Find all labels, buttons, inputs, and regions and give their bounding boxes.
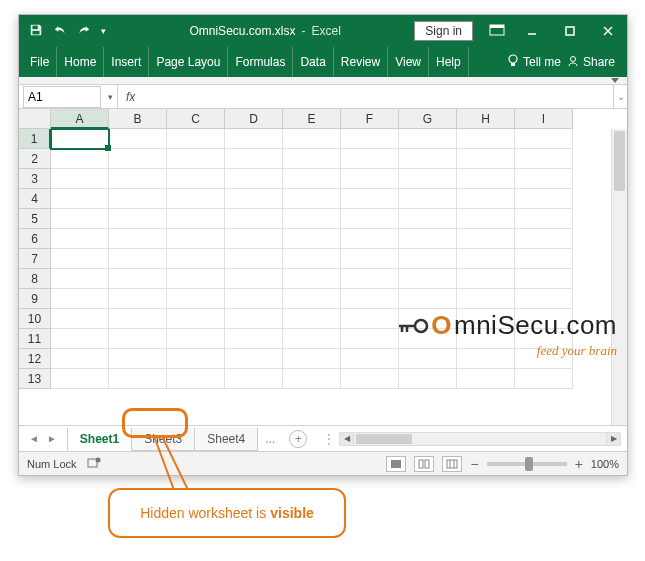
cell[interactable]	[167, 249, 225, 269]
row-header[interactable]: 1	[19, 129, 51, 149]
cell[interactable]	[225, 289, 283, 309]
row-header[interactable]: 6	[19, 229, 51, 249]
cell[interactable]	[457, 349, 515, 369]
hscroll-split-icon[interactable]: ⋮	[323, 432, 335, 446]
horizontal-scrollbar[interactable]: ◀ ▶	[339, 432, 621, 446]
cell[interactable]	[283, 149, 341, 169]
tab-insert[interactable]: Insert	[104, 47, 149, 77]
cell[interactable]	[283, 209, 341, 229]
cell[interactable]	[515, 189, 573, 209]
cell[interactable]	[457, 369, 515, 389]
cell[interactable]	[399, 229, 457, 249]
cell[interactable]	[341, 309, 399, 329]
cell[interactable]	[457, 229, 515, 249]
row-header[interactable]: 3	[19, 169, 51, 189]
cell[interactable]	[109, 229, 167, 249]
cell[interactable]	[283, 289, 341, 309]
cell[interactable]	[515, 309, 573, 329]
tab-file[interactable]: File	[23, 47, 57, 77]
new-sheet-button[interactable]: +	[289, 430, 307, 448]
cell[interactable]	[515, 249, 573, 269]
cell[interactable]	[399, 249, 457, 269]
cell[interactable]	[341, 229, 399, 249]
sheet-tab-sheet1[interactable]: Sheet1	[67, 428, 132, 451]
row-header[interactable]: 10	[19, 309, 51, 329]
cell[interactable]	[51, 309, 109, 329]
cell[interactable]	[457, 269, 515, 289]
cell[interactable]	[341, 289, 399, 309]
cell[interactable]	[399, 289, 457, 309]
cell[interactable]	[51, 149, 109, 169]
cell[interactable]	[399, 269, 457, 289]
cell[interactable]	[167, 189, 225, 209]
vertical-scrollbar[interactable]	[611, 129, 627, 425]
tab-review[interactable]: Review	[334, 47, 388, 77]
formula-expand-icon[interactable]: ⌄	[613, 85, 627, 108]
namebox-dropdown-icon[interactable]: ▾	[103, 92, 117, 102]
zoom-in-button[interactable]: +	[575, 456, 583, 472]
cell[interactable]	[109, 189, 167, 209]
cell[interactable]	[283, 349, 341, 369]
zoom-out-button[interactable]: −	[470, 456, 478, 472]
cell[interactable]	[341, 369, 399, 389]
sheet-next-icon[interactable]: ►	[43, 433, 61, 444]
cell[interactable]	[51, 329, 109, 349]
view-pagebreak-icon[interactable]	[442, 456, 462, 472]
name-box[interactable]	[23, 86, 101, 108]
cell[interactable]	[225, 249, 283, 269]
cell[interactable]	[399, 329, 457, 349]
cell[interactable]	[109, 289, 167, 309]
cell[interactable]	[51, 189, 109, 209]
cell[interactable]	[225, 349, 283, 369]
tab-home[interactable]: Home	[57, 47, 104, 77]
row-header[interactable]: 8	[19, 269, 51, 289]
cell[interactable]	[109, 169, 167, 189]
col-header[interactable]: B	[109, 109, 167, 129]
row-header[interactable]: 9	[19, 289, 51, 309]
cell[interactable]	[225, 369, 283, 389]
cell[interactable]	[457, 169, 515, 189]
cell[interactable]	[515, 269, 573, 289]
cell[interactable]	[457, 129, 515, 149]
cell[interactable]	[515, 149, 573, 169]
cell[interactable]	[341, 209, 399, 229]
cell[interactable]	[515, 129, 573, 149]
cell[interactable]	[515, 289, 573, 309]
tab-data[interactable]: Data	[293, 47, 333, 77]
view-pagelayout-icon[interactable]	[414, 456, 434, 472]
cell[interactable]	[51, 209, 109, 229]
cell[interactable]	[167, 369, 225, 389]
cell[interactable]	[167, 269, 225, 289]
cell[interactable]	[457, 289, 515, 309]
cell[interactable]	[515, 229, 573, 249]
scroll-thumb[interactable]	[614, 131, 625, 191]
formula-input[interactable]	[141, 87, 605, 107]
sheet-tab-sheet4[interactable]: Sheet4	[194, 428, 258, 451]
macro-record-icon[interactable]	[87, 456, 101, 472]
ribbon-collapse-bar[interactable]	[19, 77, 627, 85]
col-header[interactable]: E	[283, 109, 341, 129]
cell[interactable]	[457, 329, 515, 349]
hscroll-thumb[interactable]	[356, 434, 412, 444]
share-button[interactable]: Share	[567, 55, 615, 70]
col-header[interactable]: A	[51, 109, 109, 129]
col-header[interactable]: D	[225, 109, 283, 129]
tab-view[interactable]: View	[388, 47, 429, 77]
cell[interactable]	[167, 169, 225, 189]
cell[interactable]	[341, 249, 399, 269]
cell[interactable]	[283, 269, 341, 289]
cell[interactable]	[341, 149, 399, 169]
row-header[interactable]: 2	[19, 149, 51, 169]
cell[interactable]	[283, 249, 341, 269]
ribbon-display-icon[interactable]	[489, 24, 505, 39]
cell[interactable]	[515, 329, 573, 349]
cell[interactable]	[51, 129, 109, 149]
cell[interactable]	[109, 269, 167, 289]
sheet-tab-sheet3[interactable]: Sheet3	[131, 428, 195, 451]
cell[interactable]	[167, 209, 225, 229]
undo-icon[interactable]	[53, 24, 67, 39]
sign-in-button[interactable]: Sign in	[414, 21, 473, 41]
cell[interactable]	[341, 189, 399, 209]
cell[interactable]	[283, 329, 341, 349]
cell[interactable]	[109, 209, 167, 229]
